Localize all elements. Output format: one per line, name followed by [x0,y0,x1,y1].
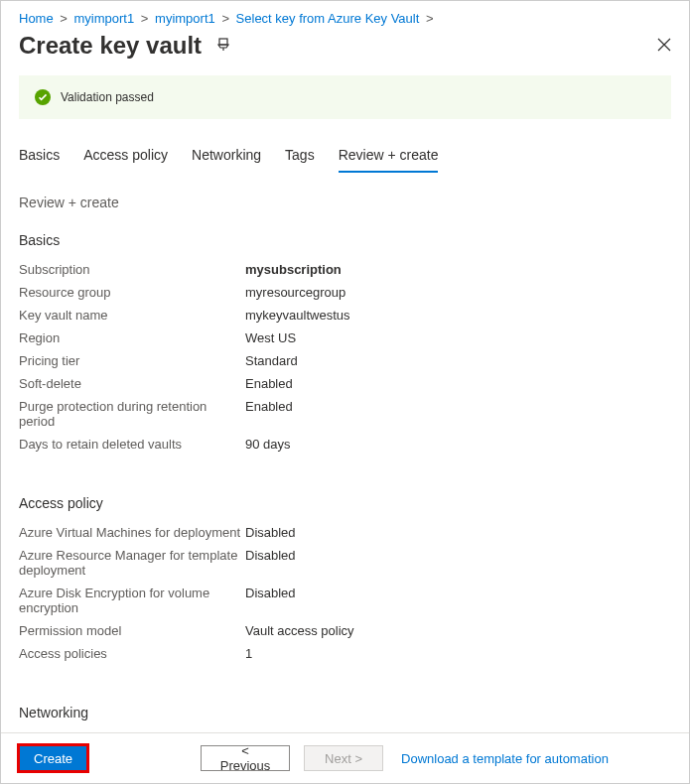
close-icon[interactable] [657,38,671,55]
kv-label: Azure Virtual Machines for deployment [19,525,245,540]
breadcrumb: Home > myimport1 > myimport1 > Select ke… [1,1,689,30]
next-button: Next > [304,745,383,771]
kv-label: Access policies [19,646,245,661]
kv-value: Enabled [245,376,293,391]
chevron-right-icon: > [141,11,149,26]
kv-label: Resource group [19,285,245,300]
page-title: Create key vault [19,32,202,60]
kv-label: Soft-delete [19,376,245,391]
tab-networking[interactable]: Networking [192,139,261,173]
kv-label: Azure Disk Encryption for volume encrypt… [19,586,245,615]
chevron-right-icon: > [221,11,229,26]
kv-row: Resource groupmyresourcegroup [19,281,671,304]
validation-banner: Validation passed [19,75,671,119]
pin-icon[interactable] [215,37,231,56]
kv-value: 90 days [245,437,291,452]
kv-value: Standard [245,353,298,368]
kv-row: Azure Disk Encryption for volume encrypt… [19,582,671,619]
tab-basics[interactable]: Basics [19,139,60,173]
kv-label: Subscription [19,262,245,277]
kv-value: Enabled [245,399,293,429]
kv-row: RegionWest US [19,327,671,349]
check-circle-icon [35,89,51,105]
kv-label: Pricing tier [19,353,245,368]
breadcrumb-item[interactable]: myimport1 [155,11,215,26]
chevron-right-icon: > [426,11,434,26]
kv-row: Permission modelVault access policy [19,619,671,642]
create-button[interactable]: Create [19,745,87,771]
kv-label: Region [19,330,245,345]
kv-row: Pricing tierStandard [19,349,671,372]
kv-value: myresourcegroup [245,285,345,300]
breadcrumb-item[interactable]: myimport1 [74,11,135,26]
svg-rect-0 [219,39,227,45]
kv-row: Purge protection during retention period… [19,395,671,433]
breadcrumb-item[interactable]: Home [19,11,54,26]
tab-access-policy[interactable]: Access policy [83,139,168,173]
chevron-right-icon: > [60,11,68,26]
previous-button[interactable]: < Previous [201,745,290,771]
kv-row: Azure Resource Manager for template depl… [19,544,671,582]
kv-label: Azure Resource Manager for template depl… [19,548,245,578]
tab-tags[interactable]: Tags [285,139,315,173]
kv-value: Disabled [245,586,296,615]
kv-value: Disabled [245,525,296,540]
tabs: Basics Access policy Networking Tags Rev… [19,139,671,173]
group-heading-networking: Networking [19,705,671,720]
group-heading-basics: Basics [19,232,671,248]
section-heading: Review + create [19,195,671,210]
kv-row: Azure Virtual Machines for deploymentDis… [19,521,671,544]
download-template-link[interactable]: Download a template for automation [401,751,609,766]
group-heading-access: Access policy [19,495,671,511]
kv-value: mykeyvaultwestus [245,308,349,323]
kv-value: Disabled [245,548,296,578]
kv-row: Subscriptionmysubscription [19,258,671,281]
kv-value: West US [245,330,296,345]
kv-row: Access policies1 [19,642,671,665]
kv-row: Key vault namemykeyvaultwestus [19,304,671,327]
kv-value: 1 [245,646,252,661]
footer: Create < Previous Next > Download a temp… [1,732,689,783]
tab-review-create[interactable]: Review + create [339,139,439,173]
kv-value: mysubscription [245,262,342,277]
kv-label: Purge protection during retention period [19,399,245,429]
breadcrumb-item[interactable]: Select key from Azure Key Vault [236,11,420,26]
kv-label: Permission model [19,623,245,638]
kv-value: Vault access policy [245,623,354,638]
kv-label: Days to retain deleted vaults [19,437,245,452]
kv-row: Days to retain deleted vaults90 days [19,433,671,456]
kv-label: Key vault name [19,308,245,323]
kv-row: Soft-deleteEnabled [19,372,671,395]
validation-message: Validation passed [61,90,154,104]
